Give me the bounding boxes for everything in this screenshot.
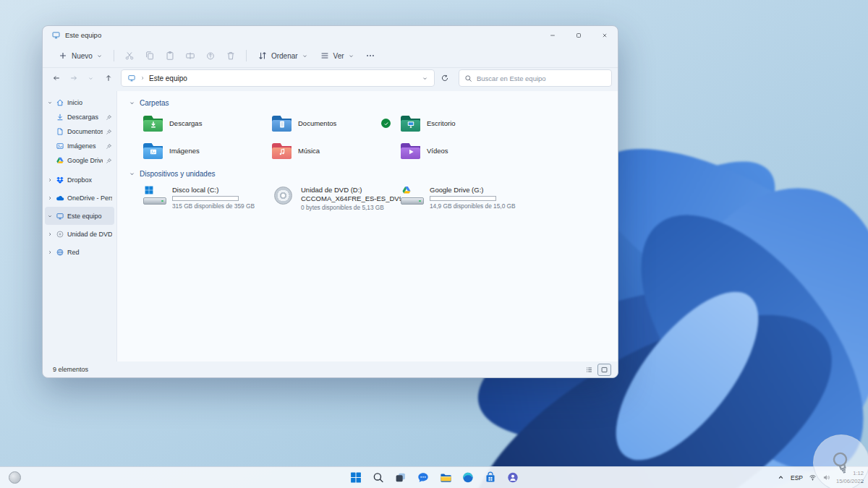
rename-icon xyxy=(185,51,195,61)
sidebar-item-imagenes[interactable]: Imágenes xyxy=(45,139,114,153)
sync-status-icon xyxy=(381,119,391,128)
drive-tile-dvd[interactable]: Unidad de DVD (D:) CCCOMA_X64FRE_ES-ES_D… xyxy=(272,185,401,211)
rename-button[interactable] xyxy=(181,46,200,65)
maximize-button[interactable] xyxy=(566,26,592,44)
sort-button[interactable]: Ordenar xyxy=(252,46,313,65)
home-icon xyxy=(56,98,64,107)
edge-button[interactable] xyxy=(459,468,477,487)
chevron-right-icon[interactable] xyxy=(47,231,53,237)
language-indicator[interactable]: ESP xyxy=(791,474,803,481)
teams-button[interactable] xyxy=(503,468,522,487)
refresh-icon xyxy=(441,74,449,82)
task-view-button[interactable] xyxy=(391,468,410,487)
start-button[interactable] xyxy=(346,468,365,487)
sidebar-item-onedrive[interactable]: OneDrive - Personal xyxy=(45,189,114,207)
section-header-dispositivos[interactable]: Dispositivos y unidades xyxy=(129,166,618,181)
chat-icon xyxy=(417,471,429,484)
sidebar-item-red[interactable]: Red xyxy=(45,243,114,261)
address-bar[interactable]: Este equipo xyxy=(121,69,435,87)
drive-tile-c[interactable]: Disco local (C:) 315 GB disponibles de 3… xyxy=(143,185,272,211)
up-button[interactable] xyxy=(101,71,116,86)
recent-locations-button[interactable] xyxy=(83,71,98,86)
title-bar[interactable]: Este equipo xyxy=(43,26,618,44)
store-button[interactable] xyxy=(481,468,500,487)
sidebar-item-dropbox[interactable]: Dropbox xyxy=(45,171,114,189)
status-bar: 9 elementos xyxy=(43,361,618,377)
desktop: Este equipo Nuevo Ordenar xyxy=(0,0,868,488)
new-button[interactable]: Nuevo xyxy=(53,46,108,65)
sidebar-item-google-drive[interactable]: Google Drive (G:) xyxy=(45,153,114,168)
toolbar-separator xyxy=(246,50,247,61)
taskbar-search-button[interactable] xyxy=(369,468,388,487)
minimize-button[interactable] xyxy=(540,26,566,44)
window-body: Inicio Descargas Documentos xyxy=(43,91,618,361)
watermark-logo xyxy=(813,435,868,488)
folder-tile-documentos[interactable]: Documentos xyxy=(272,114,401,133)
address-row: Este equipo xyxy=(43,68,618,91)
sidebar-item-documentos[interactable]: Documentos xyxy=(45,124,114,139)
chevron-right-icon[interactable] xyxy=(47,195,53,201)
paste-button[interactable] xyxy=(161,46,179,65)
google-drive-disk-icon xyxy=(401,185,424,207)
folder-tile-escritorio[interactable]: Escritorio xyxy=(401,114,529,133)
more-options-button[interactable] xyxy=(361,46,380,65)
large-icons-view-button[interactable] xyxy=(597,364,611,376)
chevron-down-icon[interactable] xyxy=(47,213,53,219)
file-explorer-button[interactable] xyxy=(436,468,455,487)
devices-grid: Disco local (C:) 315 GB disponibles de 3… xyxy=(143,185,618,211)
file-explorer-window: Este equipo Nuevo Ordenar xyxy=(42,25,618,378)
trash-icon xyxy=(226,51,236,61)
share-icon xyxy=(205,51,216,61)
chevron-down-icon[interactable] xyxy=(422,75,428,82)
chevron-right-icon[interactable] xyxy=(47,177,53,183)
chat-button[interactable] xyxy=(414,468,433,487)
folder-coral-note-icon xyxy=(272,143,292,159)
drive-tile-google-drive[interactable]: Google Drive (G:) 14,9 GB disponibles de… xyxy=(401,185,529,211)
details-view-button[interactable] xyxy=(582,364,596,376)
edge-icon xyxy=(461,471,474,484)
refresh-button[interactable] xyxy=(437,71,452,86)
folder-tile-imagenes[interactable]: Imágenes xyxy=(143,141,272,160)
folder-tile-videos[interactable]: Vídeos xyxy=(401,141,529,160)
google-drive-icon xyxy=(401,185,412,195)
close-button[interactable] xyxy=(592,26,618,44)
section-header-carpetas[interactable]: Carpetas xyxy=(129,95,618,110)
folder-blue-document-icon xyxy=(272,116,292,132)
forward-button[interactable] xyxy=(66,71,81,86)
sidebar-item-descargas[interactable]: Descargas xyxy=(45,110,114,124)
paste-icon xyxy=(165,51,175,61)
chevron-up-icon[interactable] xyxy=(777,474,785,481)
item-count: 9 elementos xyxy=(53,366,88,373)
folder-green-download-icon xyxy=(143,116,163,132)
sort-icon xyxy=(258,51,268,61)
cut-button[interactable] xyxy=(120,46,139,65)
pc-icon xyxy=(56,212,64,221)
sidebar-item-inicio[interactable]: Inicio xyxy=(45,95,114,110)
share-button[interactable] xyxy=(201,46,220,65)
delete-button[interactable] xyxy=(221,46,240,65)
chevron-right-icon[interactable] xyxy=(47,249,53,255)
taskbar-corner-logo[interactable] xyxy=(9,471,21,484)
folder-purple-play-icon xyxy=(401,143,420,159)
chevron-down-icon[interactable] xyxy=(47,100,53,106)
search-input[interactable] xyxy=(477,74,606,82)
view-toggle-group xyxy=(582,364,611,376)
window-pc-icon xyxy=(51,30,61,40)
sidebar-item-este-equipo[interactable]: Este equipo xyxy=(45,207,114,225)
chevron-down-icon xyxy=(129,100,135,106)
folder-tile-descargas[interactable]: Descargas xyxy=(143,114,272,133)
files-pane: Carpetas Descargas Documentos Escritor xyxy=(116,91,618,361)
breadcrumb[interactable]: Este equipo xyxy=(149,74,418,82)
arrow-left-icon xyxy=(52,74,61,82)
view-button[interactable]: Ver xyxy=(315,46,359,65)
sidebar-item-dvd[interactable]: Unidad de DVD (D:) xyxy=(45,225,114,243)
arrow-right-icon xyxy=(69,74,78,82)
picture-icon xyxy=(56,142,64,150)
chevron-down-icon xyxy=(96,53,103,59)
back-button[interactable] xyxy=(48,71,64,86)
pin-icon xyxy=(106,143,112,150)
windows-flag-icon xyxy=(144,185,154,195)
copy-button[interactable] xyxy=(140,46,159,65)
folder-tile-musica[interactable]: Música xyxy=(272,141,401,160)
plus-icon xyxy=(58,51,68,61)
